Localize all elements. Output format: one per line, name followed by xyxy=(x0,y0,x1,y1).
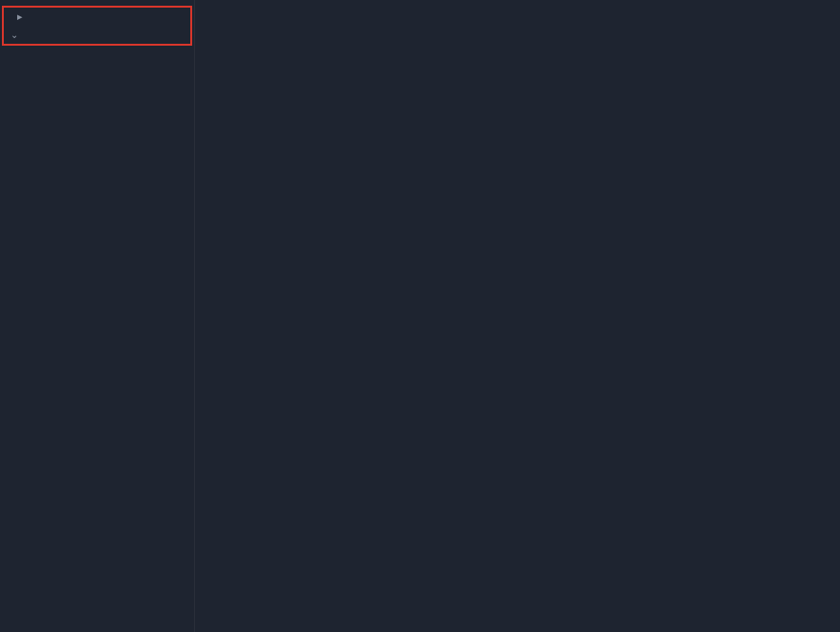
code-content[interactable] xyxy=(237,0,840,632)
file-explorer-sidebar[interactable]: ▸ ⌄ xyxy=(0,0,195,632)
code-editor[interactable] xyxy=(195,0,840,632)
folder-emptyblank[interactable]: ▸ xyxy=(4,8,190,26)
chevron-down-icon: ⌄ xyxy=(10,30,19,40)
line-number-gutter xyxy=(195,0,237,632)
folder-icon: ▸ xyxy=(13,10,27,23)
highlight-annotation-box: ▸ ⌄ xyxy=(2,6,192,46)
folder-parts[interactable]: ⌄ xyxy=(4,26,190,44)
